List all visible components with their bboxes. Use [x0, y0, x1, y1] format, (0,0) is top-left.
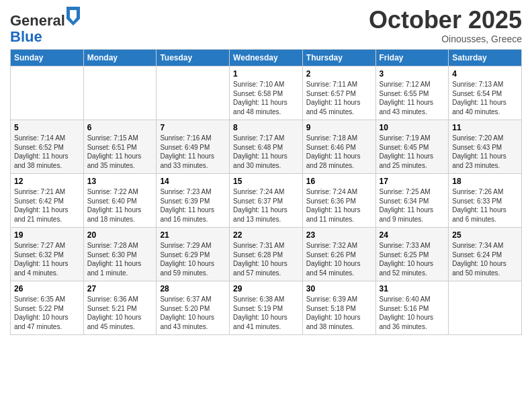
day-number: 27	[87, 284, 153, 293]
weekday-header-sunday: Sunday	[11, 50, 84, 66]
day-cell: 5Sunrise: 7:14 AM Sunset: 6:52 PM Daylig…	[11, 120, 84, 174]
day-cell: 19Sunrise: 7:27 AM Sunset: 6:32 PM Dayli…	[11, 228, 84, 281]
day-info: Sunrise: 7:10 AM Sunset: 6:58 PM Dayligh…	[233, 80, 299, 116]
weekday-header-row: SundayMondayTuesdayWednesdayThursdayFrid…	[11, 50, 522, 66]
day-info: Sunrise: 7:33 AM Sunset: 6:25 PM Dayligh…	[380, 241, 445, 277]
weekday-header-tuesday: Tuesday	[157, 50, 230, 66]
day-cell: 3Sunrise: 7:12 AM Sunset: 6:55 PM Daylig…	[375, 66, 449, 120]
day-number: 20	[87, 230, 153, 240]
day-cell: 11Sunrise: 7:20 AM Sunset: 6:43 PM Dayli…	[449, 120, 522, 174]
day-info: Sunrise: 6:37 AM Sunset: 5:20 PM Dayligh…	[160, 295, 226, 331]
day-info: Sunrise: 7:15 AM Sunset: 6:51 PM Dayligh…	[87, 134, 153, 170]
day-cell: 28Sunrise: 6:37 AM Sunset: 5:20 PM Dayli…	[157, 281, 230, 335]
day-cell: 13Sunrise: 7:22 AM Sunset: 6:40 PM Dayli…	[83, 174, 157, 228]
day-info: Sunrise: 7:24 AM Sunset: 6:37 PM Dayligh…	[233, 187, 299, 224]
title-block: October 2025 Oinousses, Greece	[369, 7, 522, 44]
day-number: 19	[14, 230, 80, 240]
day-number: 5	[14, 123, 80, 132]
day-info: Sunrise: 7:28 AM Sunset: 6:30 PM Dayligh…	[87, 241, 153, 277]
week-row-4: 19Sunrise: 7:27 AM Sunset: 6:32 PM Dayli…	[11, 228, 522, 281]
day-cell: 24Sunrise: 7:33 AM Sunset: 6:25 PM Dayli…	[375, 228, 449, 281]
day-info: Sunrise: 7:22 AM Sunset: 6:40 PM Dayligh…	[87, 187, 153, 224]
day-info: Sunrise: 7:21 AM Sunset: 6:42 PM Dayligh…	[14, 187, 80, 224]
weekday-header-monday: Monday	[83, 50, 157, 66]
day-number: 4	[452, 69, 518, 79]
week-row-2: 5Sunrise: 7:14 AM Sunset: 6:52 PM Daylig…	[11, 120, 522, 174]
day-info: Sunrise: 7:29 AM Sunset: 6:29 PM Dayligh…	[160, 241, 226, 277]
day-cell	[157, 66, 230, 120]
logo-general-text: General	[10, 12, 65, 29]
day-info: Sunrise: 7:19 AM Sunset: 6:45 PM Dayligh…	[380, 134, 445, 170]
day-info: Sunrise: 7:18 AM Sunset: 6:46 PM Dayligh…	[306, 134, 372, 170]
day-cell: 21Sunrise: 7:29 AM Sunset: 6:29 PM Dayli…	[157, 228, 230, 281]
day-number: 8	[233, 123, 299, 132]
day-info: Sunrise: 6:40 AM Sunset: 5:16 PM Dayligh…	[380, 295, 445, 331]
day-number: 30	[306, 284, 372, 293]
week-row-3: 12Sunrise: 7:21 AM Sunset: 6:42 PM Dayli…	[11, 174, 522, 228]
day-info: Sunrise: 6:38 AM Sunset: 5:19 PM Dayligh…	[233, 295, 299, 331]
day-info: Sunrise: 6:36 AM Sunset: 5:21 PM Dayligh…	[87, 295, 153, 331]
day-number: 25	[452, 230, 518, 240]
day-cell: 2Sunrise: 7:11 AM Sunset: 6:57 PM Daylig…	[302, 66, 375, 120]
day-number: 3	[380, 69, 445, 79]
day-cell: 1Sunrise: 7:10 AM Sunset: 6:58 PM Daylig…	[230, 66, 303, 120]
day-info: Sunrise: 7:12 AM Sunset: 6:55 PM Dayligh…	[380, 80, 445, 116]
day-info: Sunrise: 6:35 AM Sunset: 5:22 PM Dayligh…	[14, 295, 80, 331]
day-number: 13	[87, 177, 153, 186]
day-number: 21	[160, 230, 226, 240]
day-info: Sunrise: 7:32 AM Sunset: 6:26 PM Dayligh…	[306, 241, 372, 277]
week-row-5: 26Sunrise: 6:35 AM Sunset: 5:22 PM Dayli…	[11, 281, 522, 335]
logo-icon	[66, 7, 80, 26]
calendar-page: General Blue October 2025 Oinousses, Gre…	[0, 0, 532, 411]
day-info: Sunrise: 7:11 AM Sunset: 6:57 PM Dayligh…	[306, 80, 372, 116]
day-cell	[11, 66, 84, 120]
month-title: October 2025	[369, 7, 522, 34]
day-info: Sunrise: 7:20 AM Sunset: 6:43 PM Dayligh…	[452, 134, 518, 170]
day-cell: 23Sunrise: 7:32 AM Sunset: 6:26 PM Dayli…	[302, 228, 375, 281]
day-cell: 31Sunrise: 6:40 AM Sunset: 5:16 PM Dayli…	[375, 281, 449, 335]
day-cell: 29Sunrise: 6:38 AM Sunset: 5:19 PM Dayli…	[230, 281, 303, 335]
day-cell: 8Sunrise: 7:17 AM Sunset: 6:48 PM Daylig…	[230, 120, 303, 174]
day-number: 31	[380, 284, 445, 293]
day-cell: 7Sunrise: 7:16 AM Sunset: 6:49 PM Daylig…	[157, 120, 230, 174]
day-cell	[449, 281, 522, 335]
day-info: Sunrise: 7:27 AM Sunset: 6:32 PM Dayligh…	[14, 241, 80, 277]
day-cell: 22Sunrise: 7:31 AM Sunset: 6:28 PM Dayli…	[230, 228, 303, 281]
day-number: 24	[380, 230, 445, 240]
day-cell: 6Sunrise: 7:15 AM Sunset: 6:51 PM Daylig…	[83, 120, 157, 174]
day-number: 18	[452, 177, 518, 186]
calendar-table: SundayMondayTuesdayWednesdayThursdayFrid…	[10, 49, 522, 335]
day-cell: 17Sunrise: 7:25 AM Sunset: 6:34 PM Dayli…	[375, 174, 449, 228]
day-cell: 30Sunrise: 6:39 AM Sunset: 5:18 PM Dayli…	[302, 281, 375, 335]
day-cell: 27Sunrise: 6:36 AM Sunset: 5:21 PM Dayli…	[83, 281, 157, 335]
day-number: 1	[233, 69, 299, 79]
day-number: 15	[233, 177, 299, 186]
weekday-header-saturday: Saturday	[449, 50, 522, 66]
day-info: Sunrise: 7:17 AM Sunset: 6:48 PM Dayligh…	[233, 134, 299, 170]
day-cell: 25Sunrise: 7:34 AM Sunset: 6:24 PM Dayli…	[449, 228, 522, 281]
day-number: 28	[160, 284, 226, 293]
day-cell: 20Sunrise: 7:28 AM Sunset: 6:30 PM Dayli…	[83, 228, 157, 281]
day-number: 11	[452, 123, 518, 132]
day-number: 22	[233, 230, 299, 240]
logo-blue-text: Blue	[10, 28, 42, 45]
day-cell: 26Sunrise: 6:35 AM Sunset: 5:22 PM Dayli…	[11, 281, 84, 335]
day-number: 14	[160, 177, 226, 186]
day-number: 29	[233, 284, 299, 293]
day-info: Sunrise: 7:31 AM Sunset: 6:28 PM Dayligh…	[233, 241, 299, 277]
weekday-header-wednesday: Wednesday	[230, 50, 303, 66]
location: Oinousses, Greece	[369, 34, 522, 44]
day-number: 7	[160, 123, 226, 132]
day-info: Sunrise: 6:39 AM Sunset: 5:18 PM Dayligh…	[306, 295, 372, 331]
day-number: 10	[380, 123, 445, 132]
header: General Blue October 2025 Oinousses, Gre…	[10, 7, 522, 45]
weekday-header-thursday: Thursday	[302, 50, 375, 66]
day-info: Sunrise: 7:13 AM Sunset: 6:54 PM Dayligh…	[452, 80, 518, 116]
day-number: 16	[306, 177, 372, 186]
day-info: Sunrise: 7:25 AM Sunset: 6:34 PM Dayligh…	[380, 187, 445, 224]
logo: General Blue	[10, 7, 80, 45]
weekday-header-friday: Friday	[375, 50, 449, 66]
day-number: 12	[14, 177, 80, 186]
day-number: 6	[87, 123, 153, 132]
day-cell: 9Sunrise: 7:18 AM Sunset: 6:46 PM Daylig…	[302, 120, 375, 174]
